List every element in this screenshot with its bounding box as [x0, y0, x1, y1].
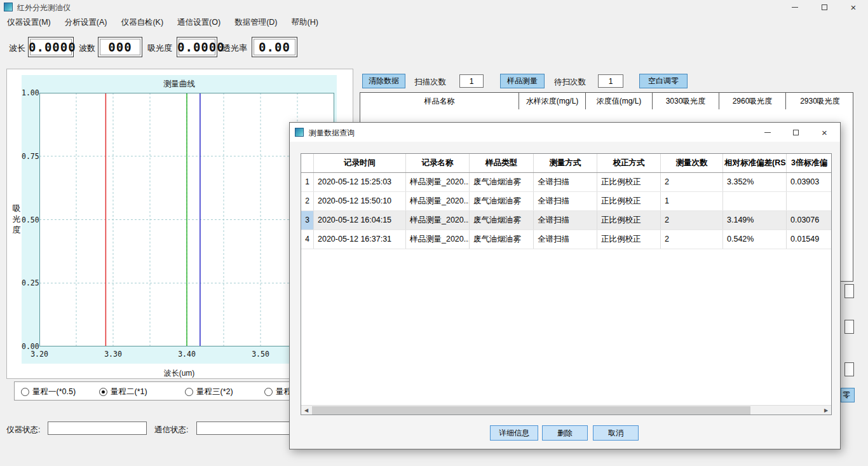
sample-measure-button[interactable]: 样品测量	[500, 74, 545, 88]
menu-item-4[interactable]: 通信设置(O)	[170, 14, 227, 29]
instrument-status-input[interactable]	[48, 421, 147, 435]
range-radio-3[interactable]: 量程三(*2)	[185, 387, 233, 397]
clipped-input-fragment[interactable]	[844, 362, 854, 376]
wavelength-label: 波长	[9, 43, 25, 54]
dialog-title: 测量数据查询	[309, 128, 355, 139]
sample-column-header: 2930吸光度	[786, 93, 853, 109]
absorbance-display: 0.0000	[177, 37, 217, 57]
menu-item-5[interactable]: 数据管理(D)	[227, 14, 284, 29]
row-number-cell: 1	[301, 173, 314, 191]
menu-bar: 仪器设置(M)分析设置(A)仪器自检(K)通信设置(O)数据管理(D)帮助(H)	[0, 14, 868, 29]
wavenumber-display: 000	[98, 37, 142, 57]
maximize-icon	[822, 4, 827, 10]
dialog-window-controls: ×	[753, 123, 839, 142]
range-radio-2[interactable]: 量程二(*1)	[99, 387, 147, 397]
radio-icon	[21, 388, 29, 396]
scroll-left-arrow[interactable]: ◀	[301, 406, 311, 415]
delete-button[interactable]: 删除	[542, 425, 588, 441]
table-cell: 2020-05-12 15:50:10	[314, 192, 406, 210]
table-cell: 0.542%	[723, 230, 787, 249]
dialog-maximize-button[interactable]	[782, 123, 810, 142]
dialog-column-header: 记录时间	[314, 154, 406, 172]
range-radio-1[interactable]: 量程一(*0.5)	[21, 387, 76, 397]
table-cell: 3.352%	[723, 173, 787, 191]
close-button[interactable]: ×	[839, 0, 868, 14]
records-table-header: 记录时间记录名称样品类型测量方式校正方式测量次数相对标准偏差(RSD3倍标准偏	[301, 154, 831, 173]
row-number-cell: 2	[301, 192, 314, 210]
horizontal-scrollbar[interactable]: ◀ ▶	[301, 405, 831, 415]
clear-data-button[interactable]: 清除数据	[362, 74, 405, 88]
table-cell: 2	[661, 211, 723, 230]
sample-column-header: 3030吸光度	[653, 93, 719, 109]
menu-item-6[interactable]: 帮助(H)	[285, 14, 325, 29]
minimize-button[interactable]	[780, 0, 810, 14]
close-icon: ×	[822, 128, 827, 137]
table-cell	[787, 192, 832, 210]
y-tick-label: 0.75	[22, 152, 37, 161]
table-cell: 正比例校正	[597, 173, 661, 191]
y-axis-label: 吸光度	[11, 203, 22, 235]
absorbance-label: 吸光度	[147, 43, 172, 54]
table-cell: 全谱扫描	[534, 173, 597, 191]
table-cell: 正比例校正	[597, 230, 661, 249]
transmittance-display: 0.00	[252, 37, 297, 57]
table-cell: 0.03903	[787, 173, 832, 191]
scroll-thumb[interactable]	[312, 406, 750, 415]
clipped-input-fragment[interactable]	[844, 284, 854, 298]
dialog-minimize-button[interactable]	[753, 123, 782, 142]
dialog-close-button[interactable]: ×	[810, 123, 839, 142]
maximize-icon	[793, 130, 799, 135]
radio-icon	[99, 388, 107, 396]
radio-icon	[185, 388, 193, 396]
sample-column-header: 2960吸光度	[719, 93, 786, 109]
table-cell: 废气油烟油雾	[470, 211, 534, 230]
dialog-column-header: 相对标准偏差(RSD	[723, 154, 787, 172]
table-cell: 2020-05-12 16:37:31	[314, 230, 406, 249]
range-radio-label: 量程一(*0.5)	[32, 387, 76, 397]
wavelength-display: 0.0000	[28, 37, 74, 57]
y-tick-label: 0.50	[22, 216, 37, 224]
dialog-icon	[295, 128, 304, 137]
table-cell: 全谱扫描	[534, 230, 597, 249]
radio-icon	[264, 388, 273, 396]
table-cell: 全谱扫描	[534, 211, 597, 230]
x-tick-label: 3.30	[103, 350, 123, 359]
table-cell: 废气油烟油雾	[470, 192, 534, 210]
minimize-icon	[792, 7, 798, 8]
comm-status-label: 通信状态:	[154, 425, 188, 435]
transmittance-label: 透光率	[222, 43, 247, 54]
menu-item-2[interactable]: 分析设置(A)	[58, 14, 114, 29]
clipped-input-fragment[interactable]	[844, 320, 854, 334]
minimize-icon	[764, 132, 771, 133]
maximize-button[interactable]	[810, 0, 839, 14]
dialog-titlebar: 测量数据查询 ×	[290, 123, 840, 142]
table-cell: 1	[661, 192, 723, 210]
table-cell: 2020-05-12 16:04:15	[314, 211, 406, 230]
window-title: 红外分光测油仪	[17, 3, 71, 13]
range-radio-4[interactable]: 量程	[264, 387, 292, 397]
table-cell: 2	[661, 173, 723, 191]
menu-item-3[interactable]: 仪器自检(K)	[114, 14, 170, 29]
table-row[interactable]: 22020-05-12 15:50:10样品测量_2020...废气油烟油雾全谱…	[301, 192, 831, 211]
scroll-right-arrow[interactable]: ▶	[821, 406, 831, 415]
measurement-data-query-dialog: 测量数据查询 × 记录时间记录名称样品类型测量方式校正方式测量次数相对标准偏差(…	[289, 122, 841, 449]
table-cell	[723, 192, 787, 210]
records-table: 记录时间记录名称样品类型测量方式校正方式测量次数相对标准偏差(RSD3倍标准偏 …	[301, 153, 832, 415]
pending-count-input[interactable]	[598, 74, 623, 88]
dialog-column-header: 测量方式	[534, 154, 597, 172]
instrument-status-label: 仪器状态:	[6, 425, 40, 435]
clipped-zero-button-fragment[interactable]: 零	[841, 388, 855, 402]
table-row[interactable]: 42020-05-12 16:37:31样品测量_2020...废气油烟油雾全谱…	[301, 230, 831, 249]
cancel-button[interactable]: 取消	[593, 425, 639, 441]
blank-zero-button[interactable]: 空白调零	[639, 74, 688, 88]
table-cell: 2	[661, 230, 723, 249]
sample-table-header: 样品名称水样浓度(mg/L)浓度值(mg/L)3030吸光度2960吸光度293…	[360, 92, 853, 110]
table-row[interactable]: 32020-05-12 16:04:15样品测量_2020...废气油烟油雾全谱…	[301, 211, 831, 230]
detail-info-button[interactable]: 详细信息	[490, 425, 538, 441]
table-row[interactable]: 12020-05-12 15:25:03样品测量_2020...废气油烟油雾全谱…	[301, 173, 831, 192]
scan-count-input[interactable]	[459, 74, 484, 88]
menu-item-1[interactable]: 仪器设置(M)	[0, 14, 58, 29]
row-number-cell: 3	[301, 211, 314, 230]
table-cell: 样品测量_2020...	[406, 173, 470, 191]
x-tick-label: 3.40	[177, 350, 197, 359]
